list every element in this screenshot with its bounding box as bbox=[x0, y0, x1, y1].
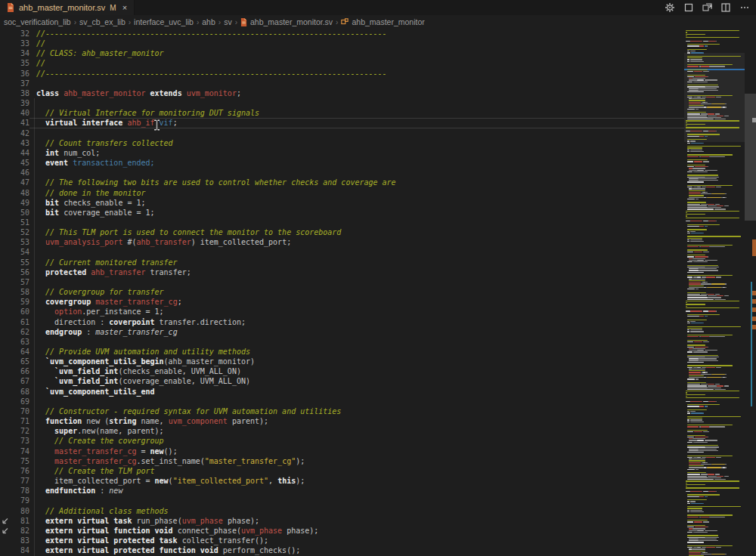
minimap-line-segment bbox=[687, 406, 700, 406]
breadcrumb-item[interactable]: ahb bbox=[202, 17, 215, 26]
code-line[interactable]: 44 int num_col; bbox=[0, 148, 684, 158]
code-line[interactable]: 74 master_transfer_cg = new(); bbox=[0, 446, 684, 456]
minimap-line-segment bbox=[707, 496, 708, 497]
code-line[interactable]: 35// bbox=[0, 58, 684, 68]
code-editor[interactable]: 32//------------------------------------… bbox=[0, 29, 756, 556]
code-line[interactable]: 58 // Covergroup for transfer bbox=[0, 287, 684, 297]
code-line[interactable]: 72 super.new(name, parent); bbox=[0, 426, 684, 436]
glyph-margin bbox=[0, 29, 10, 39]
square-outline-icon[interactable] bbox=[684, 3, 693, 12]
code-line[interactable]: 59 covergroup master_transfer_cg; bbox=[0, 297, 684, 307]
code-line[interactable]: 51 bbox=[0, 218, 684, 227]
code-line[interactable]: 45 event transaction_ended; bbox=[0, 158, 684, 168]
tab-ahb-master-monitor[interactable]: ahb_master_monitor.sv M × bbox=[0, 0, 135, 15]
code-line[interactable]: 60 option.per_instance = 1; bbox=[0, 307, 684, 317]
code-line[interactable]: 63 bbox=[0, 337, 684, 347]
minimap-line-segment bbox=[687, 177, 705, 178]
code-line[interactable]: 83 extern virtual protected task collect… bbox=[0, 536, 684, 545]
code-line[interactable]: 47 // The following two bits are used to… bbox=[0, 178, 684, 187]
minimap-line-segment bbox=[711, 554, 725, 554]
minimap-line-segment bbox=[701, 554, 711, 554]
breadcrumb-item[interactable]: sv_cb_ex_lib bbox=[79, 17, 125, 26]
code-line[interactable]: 75 master_transfer_cg.set_inst_name("mas… bbox=[0, 456, 684, 466]
editor-actions bbox=[665, 0, 756, 15]
minimap-line-segment bbox=[690, 331, 704, 332]
code-line[interactable]: 76 // Create the TLM port bbox=[0, 466, 684, 476]
code-line[interactable]: 69 bbox=[0, 397, 684, 406]
code-line[interactable]: 79 bbox=[0, 496, 684, 505]
line-number: 61 bbox=[10, 317, 29, 327]
minimap-line-segment bbox=[707, 287, 721, 288]
code-line[interactable]: 50 bit coverage_enable = 1; bbox=[0, 208, 684, 218]
minimap-line-segment bbox=[716, 491, 717, 492]
vertical-scrollbar[interactable] bbox=[745, 29, 756, 556]
code-line[interactable]: 41 virtual interface ahb_if vif; bbox=[0, 118, 684, 128]
open-changes-icon[interactable] bbox=[702, 3, 712, 13]
glyph-margin bbox=[0, 158, 10, 168]
code-line[interactable]: 33// bbox=[0, 39, 684, 48]
goto-arrow-icon[interactable] bbox=[0, 526, 10, 536]
code-line[interactable]: 42 bbox=[0, 128, 684, 138]
code-line[interactable]: 61 direction : coverpoint transfer.direc… bbox=[0, 317, 684, 327]
breadcrumb-item[interactable]: ahb_master_monitor.sv bbox=[240, 17, 333, 26]
code-line[interactable]: 80 // Additional class methods bbox=[0, 506, 684, 516]
minimap[interactable] bbox=[684, 29, 745, 556]
code-line[interactable]: 68 `uvm_component_utils_end bbox=[0, 387, 684, 397]
code-line[interactable]: 43 // Count transfers collected bbox=[0, 138, 684, 148]
minimap-line-segment bbox=[695, 261, 708, 262]
minimap-line-segment bbox=[687, 66, 699, 66]
code-line[interactable]: 73 // Create the covergroup bbox=[0, 436, 684, 446]
code-line[interactable]: 32//------------------------------------… bbox=[0, 29, 684, 39]
code-line[interactable]: 81 extern virtual task run_phase(uvm_pha… bbox=[0, 516, 684, 526]
code-line[interactable]: 55 // Current monitored transfer bbox=[0, 258, 684, 267]
minimap-line-segment bbox=[687, 252, 693, 252]
minimap-line-segment bbox=[691, 323, 703, 323]
code-text bbox=[29, 247, 684, 257]
code-line[interactable]: 62 endgroup : master_transfer_cg bbox=[0, 327, 684, 337]
code-line[interactable]: 71 function new (string name, uvm_compon… bbox=[0, 416, 684, 426]
code-text: extern virtual protected task collect_tr… bbox=[29, 536, 684, 545]
line-number: 35 bbox=[10, 58, 29, 68]
goto-arrow-icon[interactable] bbox=[0, 516, 10, 526]
settings-gear-icon[interactable] bbox=[665, 2, 675, 13]
minimap-line-segment bbox=[708, 131, 716, 131]
code-line[interactable]: 54 bbox=[0, 247, 684, 257]
tab-close-icon[interactable]: × bbox=[122, 3, 127, 12]
code-line[interactable]: 52 // This TLM port is used to connect t… bbox=[0, 227, 684, 237]
minimap-line-segment bbox=[695, 347, 708, 348]
code-line[interactable]: 77 item_collected_port = new("item_colle… bbox=[0, 476, 684, 486]
more-actions-icon[interactable] bbox=[739, 3, 750, 12]
breadcrumb-item[interactable]: sv bbox=[224, 17, 232, 26]
scrollbar-thumb[interactable] bbox=[745, 94, 756, 221]
code-line[interactable]: 66 `uvm_field_int(checks_enable, UVM_ALL… bbox=[0, 366, 684, 376]
code-line[interactable]: 34// CLASS: ahb_master_monitor bbox=[0, 48, 684, 58]
code-line[interactable]: 84 extern virtual protected function voi… bbox=[0, 545, 684, 555]
minimap-line-segment bbox=[707, 197, 721, 198]
code-line[interactable]: 70 // Constructor - required syntax for … bbox=[0, 406, 684, 416]
code-line[interactable]: 38class ahb_master_monitor extends uvm_m… bbox=[0, 88, 684, 98]
code-line[interactable]: 40 // Virtual Interface for monitoring D… bbox=[0, 108, 684, 118]
code-line[interactable]: 53 uvm_analysis_port #(ahb_transfer) ite… bbox=[0, 237, 684, 247]
split-editor-icon[interactable] bbox=[721, 3, 730, 12]
code-line[interactable]: 48 // done in the monitor bbox=[0, 188, 684, 198]
line-number: 67 bbox=[10, 376, 29, 386]
minimap-line-segment bbox=[687, 476, 707, 477]
code-line[interactable]: 78 endfunction : new bbox=[0, 486, 684, 496]
breadcrumb-item[interactable]: soc_verification_lib bbox=[4, 17, 71, 26]
minimap-line-segment bbox=[703, 131, 708, 131]
breadcrumb-item[interactable]: ahb_master_monitor bbox=[341, 17, 424, 26]
code-line[interactable]: 39 bbox=[0, 98, 684, 108]
code-line[interactable]: 36//------------------------------------… bbox=[0, 69, 684, 79]
code-line[interactable]: 46 bbox=[0, 168, 684, 178]
code-line[interactable]: 57 bbox=[0, 277, 684, 287]
code-line[interactable]: 65 `uvm_component_utils_begin(ahb_master… bbox=[0, 357, 684, 366]
code-line[interactable]: 37 bbox=[0, 79, 684, 88]
code-line[interactable]: 56 protected ahb_transfer transfer; bbox=[0, 267, 684, 277]
code-line[interactable]: 82 extern virtual function void connect_… bbox=[0, 526, 684, 536]
glyph-margin bbox=[0, 39, 10, 48]
breadcrumb-item[interactable]: interface_uvc_lib bbox=[134, 17, 194, 26]
minimap-line-segment bbox=[687, 233, 691, 233]
code-line[interactable]: 64 // Provide UVM automation and utility… bbox=[0, 347, 684, 357]
code-line[interactable]: 67 `uvm_field_int(coverage_enable, UVM_A… bbox=[0, 376, 684, 386]
code-line[interactable]: 49 bit checks_enable = 1; bbox=[0, 198, 684, 208]
